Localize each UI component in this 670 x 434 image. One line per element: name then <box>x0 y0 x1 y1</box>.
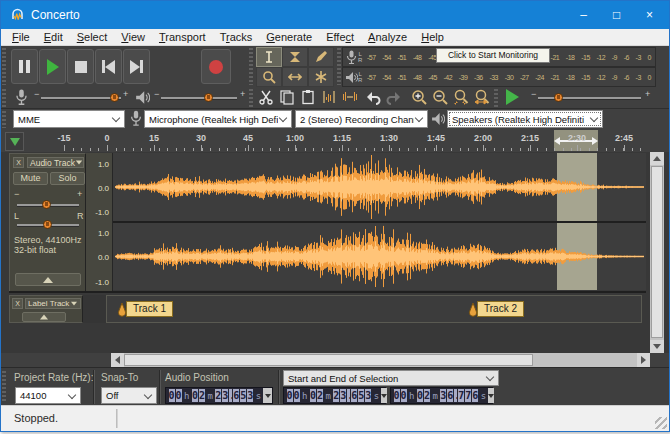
scroll-right-button[interactable] <box>637 353 650 367</box>
selection-tool-button[interactable] <box>256 47 282 67</box>
time-digit[interactable]: 0 <box>310 389 316 402</box>
menu-item-help[interactable]: Help <box>414 31 451 43</box>
monitoring-tooltip[interactable]: Click to Start Monitoring <box>436 48 550 63</box>
menu-item-file[interactable]: File <box>5 31 37 43</box>
toolbar-grip[interactable] <box>249 48 253 85</box>
close-button-icon[interactable]: × <box>633 1 666 29</box>
time-digit[interactable]: 0 <box>192 389 198 402</box>
zoom-fit-button[interactable] <box>472 88 492 106</box>
time-digit[interactable]: 0 <box>287 389 293 402</box>
label-track-menu-button[interactable]: Label Track <box>25 298 81 309</box>
time-digit[interactable]: 0 <box>417 389 423 402</box>
snap-to-select[interactable]: Off <box>101 387 157 404</box>
time-digit[interactable]: . <box>229 389 232 402</box>
selection-end-field[interactable]: 00h02m36.776s <box>390 387 493 404</box>
label-text[interactable]: Track 1 <box>126 301 173 317</box>
silence-audio-button[interactable] <box>340 88 360 106</box>
skip-to-end-button[interactable] <box>123 49 150 84</box>
paste-button[interactable] <box>298 88 318 106</box>
undo-button[interactable] <box>363 88 383 106</box>
time-digit[interactable]: 0 <box>401 389 407 402</box>
time-field-dropdown[interactable] <box>263 388 272 403</box>
time-digit[interactable]: 6 <box>351 389 357 402</box>
skip-to-start-button[interactable] <box>95 49 122 84</box>
play-speed-handle[interactable] <box>554 93 563 102</box>
play-at-speed-button[interactable] <box>501 88 524 106</box>
toolbar-grip[interactable] <box>2 89 6 107</box>
gain-slider-handle[interactable] <box>42 200 51 209</box>
timeline-ruler[interactable]: -1501530451:001:151:301:452:002:152:302:… <box>1 130 669 153</box>
waveform-left-channel[interactable] <box>113 153 646 221</box>
audio-track-menu-button[interactable]: Audio Track <box>27 157 84 168</box>
time-digit[interactable]: 7 <box>465 389 471 402</box>
time-field-dropdown[interactable] <box>488 388 494 403</box>
pause-button[interactable] <box>11 49 38 84</box>
time-digit[interactable]: 0 <box>176 389 182 402</box>
playback-volume-handle[interactable] <box>204 93 213 102</box>
time-digit[interactable]: 0 <box>394 389 400 402</box>
menu-item-generate[interactable]: Generate <box>259 31 319 43</box>
cut-button[interactable] <box>256 88 276 106</box>
time-digit[interactable]: 2 <box>424 389 430 402</box>
toolbar-grip[interactable] <box>337 48 341 85</box>
menu-item-transport[interactable]: Transport <box>152 31 213 43</box>
zoom-to-selection-button[interactable] <box>451 88 471 106</box>
playback-volume-slider[interactable] <box>161 97 237 100</box>
audio-track-collapse-button[interactable] <box>15 273 81 286</box>
recording-volume-handle[interactable] <box>110 93 119 102</box>
horizontal-scroll-thumb[interactable] <box>124 354 533 366</box>
toolbar-grip[interactable] <box>2 371 6 403</box>
toolbar-grip[interactable] <box>2 48 6 85</box>
record-button[interactable] <box>201 49 231 84</box>
menu-item-edit[interactable]: Edit <box>37 31 70 43</box>
time-digit[interactable]: 3 <box>222 389 228 402</box>
time-digit[interactable]: 6 <box>472 389 478 402</box>
time-digit[interactable]: 6 <box>233 389 239 402</box>
time-digit[interactable]: 0 <box>169 389 175 402</box>
pan-slider-handle[interactable] <box>43 220 52 229</box>
time-digit[interactable]: 6 <box>447 389 453 402</box>
toolbar-grip[interactable] <box>249 89 253 107</box>
audio-track-close-button[interactable]: X <box>13 157 24 168</box>
playback-meter[interactable]: LR -57-54-51-48-45-42-39-36-33-30-27-24-… <box>342 67 656 87</box>
recording-device-select[interactable]: Microphone (Realtek High Defini <box>144 110 292 128</box>
scroll-left-button[interactable] <box>111 353 124 367</box>
label-text[interactable]: Track 2 <box>477 301 524 317</box>
time-digit[interactable]: 2 <box>317 389 323 402</box>
redo-button[interactable] <box>384 88 404 106</box>
waveform-right-channel[interactable] <box>113 223 646 290</box>
scroll-down-button[interactable] <box>650 340 664 353</box>
time-digit[interactable]: 5 <box>240 389 246 402</box>
envelope-tool-button[interactable] <box>282 47 308 67</box>
scroll-up-button[interactable] <box>650 152 664 165</box>
time-field-dropdown[interactable] <box>381 388 387 403</box>
label-track-close-button[interactable]: X <box>12 298 23 309</box>
menu-item-effect[interactable]: Effect <box>319 31 361 43</box>
time-digit[interactable]: 2 <box>215 389 221 402</box>
project-rate-select[interactable]: 44100 <box>15 387 81 404</box>
toolbar-grip[interactable] <box>494 89 498 107</box>
time-digit[interactable]: 5 <box>358 389 364 402</box>
zoom-out-button[interactable] <box>430 88 450 106</box>
label-track-lane[interactable]: Track 1Track 2 <box>106 295 642 323</box>
track-area[interactable]: X Audio Track Mute Solo − + L R Stereo, … <box>1 152 669 353</box>
draw-tool-button[interactable] <box>308 47 334 67</box>
menu-item-tracks[interactable]: Tracks <box>213 31 260 43</box>
zoom-in-button[interactable] <box>409 88 429 106</box>
mute-button[interactable]: Mute <box>13 172 48 185</box>
time-digit[interactable]: . <box>454 389 457 402</box>
time-digit[interactable]: 3 <box>365 389 371 402</box>
selection-start-field[interactable]: 00h02m23.653s <box>283 387 386 404</box>
time-digit[interactable]: 2 <box>199 389 205 402</box>
copy-button[interactable] <box>277 88 297 106</box>
solo-button[interactable]: Solo <box>50 172 85 185</box>
recording-volume-slider[interactable] <box>41 97 121 100</box>
time-digit[interactable]: 0 <box>294 389 300 402</box>
zoom-tool-button[interactable] <box>256 67 282 87</box>
title-bar[interactable]: Concerto – □ × <box>1 1 669 29</box>
menu-item-select[interactable]: Select <box>70 31 115 43</box>
time-digit[interactable]: 3 <box>247 389 253 402</box>
time-digit[interactable]: 3 <box>440 389 446 402</box>
vertical-scale-ruler[interactable]: 1.0 0.0 -1.0 1.0 0.0 -1.0 <box>86 153 113 292</box>
time-digit[interactable]: 3 <box>340 389 346 402</box>
